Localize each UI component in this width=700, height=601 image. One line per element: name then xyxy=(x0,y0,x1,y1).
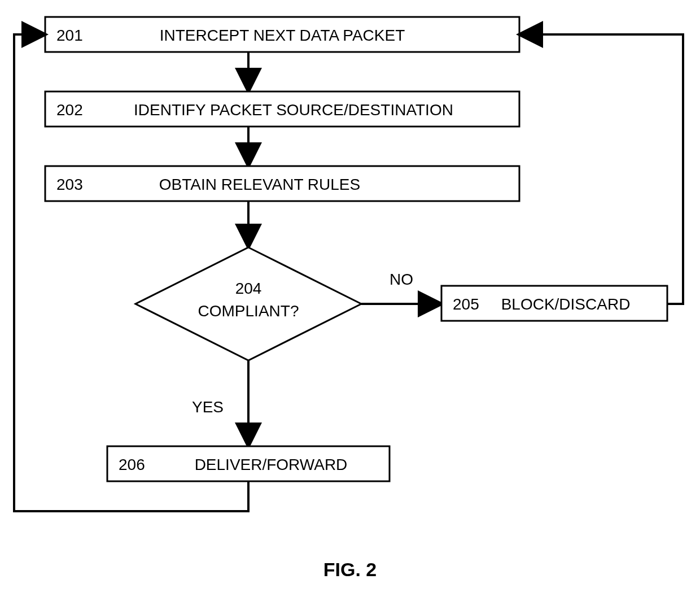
node-206-num: 206 xyxy=(119,456,145,473)
node-205-text: BLOCK/DISCARD xyxy=(501,295,631,313)
edge-label-yes: YES xyxy=(192,398,224,416)
node-206-text: DELIVER/FORWARD xyxy=(195,456,348,473)
edge-205-201 xyxy=(520,34,683,304)
node-201-num: 201 xyxy=(56,27,83,44)
node-203-text: OBTAIN RELEVANT RULES xyxy=(159,176,360,193)
node-201: 201 INTERCEPT NEXT DATA PACKET xyxy=(45,17,519,52)
figure-label: FIG. 2 xyxy=(323,559,377,580)
node-203-num: 203 xyxy=(56,176,83,193)
node-202-text: IDENTIFY PACKET SOURCE/DESTINATION xyxy=(134,101,453,119)
flowchart: 201 INTERCEPT NEXT DATA PACKET 202 IDENT… xyxy=(0,0,700,601)
node-206: 206 DELIVER/FORWARD xyxy=(107,446,390,481)
node-205-num: 205 xyxy=(453,295,479,313)
edge-label-no: NO xyxy=(390,271,413,288)
node-202: 202 IDENTIFY PACKET SOURCE/DESTINATION xyxy=(45,92,519,127)
node-202-num: 202 xyxy=(56,101,83,119)
node-205: 205 BLOCK/DISCARD xyxy=(441,286,667,321)
node-204-text: COMPLIANT? xyxy=(198,302,299,320)
node-201-text: INTERCEPT NEXT DATA PACKET xyxy=(160,27,405,44)
node-204-decision: 204 COMPLIANT? xyxy=(135,247,361,360)
node-203: 203 OBTAIN RELEVANT RULES xyxy=(45,166,519,201)
node-204-num: 204 xyxy=(235,280,262,297)
